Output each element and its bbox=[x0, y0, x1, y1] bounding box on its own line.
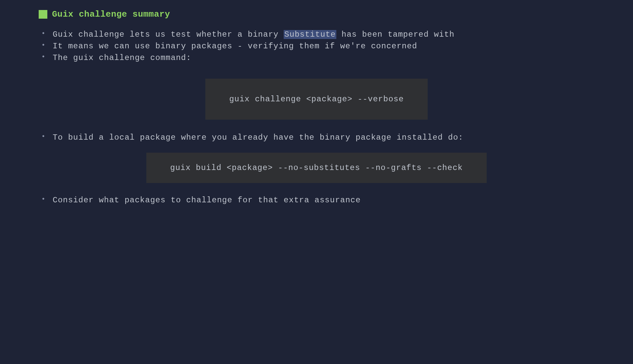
bullet-text-1-after: has been tampered with bbox=[336, 30, 454, 39]
bullet-item-2: It means we can use binary packages - ve… bbox=[53, 41, 594, 51]
bullet-item-3: The guix challenge command: bbox=[53, 53, 594, 63]
slide-content: Guix challenge summary Guix challenge le… bbox=[0, 9, 633, 205]
bullet-list: Guix challenge lets us test whether a bi… bbox=[39, 29, 594, 63]
bullet-item-4: To build a local package where you alrea… bbox=[53, 132, 594, 143]
code-block-2: guix build <package> --no-substitutes --… bbox=[146, 153, 487, 183]
highlight-substitute: Substitute bbox=[284, 30, 336, 39]
bullet-item-1: Guix challenge lets us test whether a bi… bbox=[53, 29, 594, 40]
code-block-1: guix challenge <package> --verbose bbox=[205, 79, 428, 120]
bullet-text-1-before: Guix challenge lets us test whether a bi… bbox=[53, 30, 284, 39]
bullet-list-2: To build a local package where you alrea… bbox=[39, 132, 594, 143]
bullet-list-3: Consider what packages to challenge for … bbox=[39, 195, 594, 205]
bullet-item-5: Consider what packages to challenge for … bbox=[53, 195, 594, 205]
slide-title: Guix challenge summary bbox=[52, 9, 170, 19]
title-marker-icon bbox=[39, 10, 47, 19]
title-row: Guix challenge summary bbox=[39, 9, 594, 19]
